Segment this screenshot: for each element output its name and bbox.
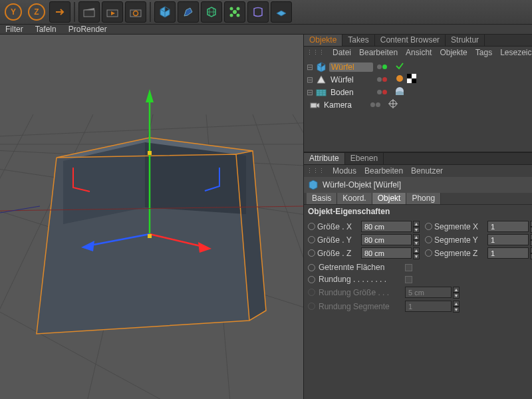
prop-label: Segmente Z [434, 249, 486, 258]
sphere-orange-tag[interactable] [395, 74, 404, 85]
tab-content-browser[interactable]: Content Browser [375, 35, 446, 46]
tree-item-label[interactable]: Boden [329, 88, 373, 97]
tree-item-label[interactable]: Würfel [329, 75, 373, 84]
prop-radio[interactable] [308, 236, 315, 243]
objmenu-datei[interactable]: Datei [332, 48, 351, 57]
tab-ebenen[interactable]: Ebenen [345, 153, 384, 164]
objmenu-tags[interactable]: Tags [475, 48, 492, 57]
prop-radio[interactable] [425, 236, 432, 243]
tab-takes[interactable]: Takes [342, 35, 374, 46]
visibility-dots[interactable] [370, 102, 380, 107]
spinner[interactable]: ▲▼ [413, 247, 420, 259]
prop-radio[interactable] [308, 223, 315, 230]
viewbar-prorender[interactable]: ProRender [68, 25, 107, 34]
array-icon [228, 5, 241, 19]
cube-primitive-button[interactable] [154, 1, 176, 23]
size-input[interactable] [361, 221, 412, 232]
arrow-tool-button[interactable] [49, 1, 70, 23]
prop-radio[interactable] [308, 249, 315, 257]
objmenu-bearbeiten[interactable]: Bearbeiten [359, 48, 398, 57]
svg-rect-35 [148, 234, 152, 238]
size-input[interactable] [361, 247, 412, 259]
check-tag[interactable] [395, 61, 404, 72]
pen-tool-button[interactable] [178, 1, 199, 23]
checkbox[interactable] [405, 264, 412, 271]
pen-icon [182, 5, 195, 19]
visibility-dots[interactable] [377, 77, 387, 82]
tab-attribute[interactable]: Attribute [304, 153, 345, 164]
prop-label: Segmente Y [434, 235, 486, 245]
deformer-button[interactable] [247, 1, 269, 23]
environment-button[interactable] [271, 1, 292, 23]
tab-struktur[interactable]: Struktur [446, 35, 485, 46]
spinner[interactable]: ▲▼ [413, 234, 420, 245]
tree-row[interactable]: ⊟ Würfel [307, 73, 529, 86]
subtab-phong[interactable]: Phong [406, 193, 441, 204]
prop-label: Größe . X [317, 222, 360, 231]
viewbar-filter[interactable]: Filter [5, 25, 23, 34]
subtab-basis[interactable]: Basis [307, 193, 337, 204]
spinner[interactable]: ▲▼ [413, 221, 420, 232]
prop-radio[interactable] [425, 223, 432, 230]
svg-point-9 [237, 14, 240, 17]
prop-radio[interactable] [308, 276, 315, 283]
viewbar-tafeln[interactable]: Tafeln [35, 25, 57, 34]
prop-radio[interactable] [425, 249, 432, 257]
prop-radio[interactable] [308, 264, 315, 271]
object-tree[interactable]: ⊟ Würfel⊟ Würfel⊟ Boden Kamera [304, 59, 532, 152]
segments-input[interactable] [487, 247, 529, 259]
objmenu-ansicht[interactable]: Ansicht [406, 48, 432, 57]
cube-icon [308, 180, 319, 190]
svg-rect-34 [148, 151, 152, 155]
subtab-koord[interactable]: Koord. [337, 193, 372, 204]
deformer-icon [251, 5, 265, 19]
prop-radio [308, 289, 315, 296]
attribute-subtabs: Basis Koord. Objekt Phong [304, 193, 532, 205]
object-panel-menu: ⋮⋮⋮ Datei Bearbeiten Ansicht Objekte Tag… [304, 47, 532, 59]
clapper-icon [82, 6, 96, 18]
segments-input[interactable] [487, 234, 529, 245]
axis-z-button[interactable]: Z [26, 1, 47, 23]
cube-icon [158, 5, 172, 19]
svg-rect-41 [407, 74, 412, 78]
axis-y-button[interactable]: Y [3, 1, 24, 23]
segments-input[interactable] [487, 221, 529, 232]
target-tag[interactable] [388, 99, 398, 110]
render-button[interactable] [78, 1, 100, 23]
attrmenu-bearbeiten[interactable]: Bearbeiten [364, 166, 403, 176]
prop-label: Rundung . . . . . . . . [319, 275, 402, 284]
grid-icon [316, 87, 327, 98]
checker-tag[interactable] [407, 74, 416, 85]
tab-objekte[interactable]: Objekte [304, 35, 342, 46]
checkbox[interactable] [405, 276, 412, 283]
size-input[interactable] [361, 234, 412, 245]
attrmenu-benutzer[interactable]: Benutzer [411, 166, 443, 176]
pyramid-icon [316, 74, 327, 85]
tree-item-label[interactable]: Kamera [323, 100, 366, 110]
array-button[interactable] [224, 1, 245, 23]
cube-icon [316, 62, 327, 72]
svg-marker-38 [317, 76, 325, 83]
render-region-button[interactable] [102, 1, 123, 23]
clapper-gear-icon [129, 6, 142, 18]
svg-rect-0 [84, 10, 94, 17]
attrmenu-modus[interactable]: Modus [332, 166, 356, 176]
tree-row[interactable]: ⊟ Würfel [307, 61, 529, 73]
sky-tag[interactable] [395, 86, 404, 98]
subtab-objekt[interactable]: Objekt [372, 193, 407, 204]
viewport-3d[interactable] [0, 35, 303, 399]
tree-item-label[interactable]: Würfel [329, 63, 373, 72]
objmenu-objekte[interactable]: Objekte [440, 48, 467, 57]
disabled-input [405, 301, 452, 312]
tree-row[interactable]: ⊟ Boden [307, 86, 529, 98]
objmenu-lesezeichen[interactable]: Lesezeic [500, 48, 531, 57]
visibility-dots[interactable] [377, 90, 387, 94]
prop-radio [308, 303, 315, 310]
prop-label: Größe . Y [317, 235, 360, 245]
subdivision-button[interactable] [201, 1, 222, 23]
render-settings-button[interactable] [125, 1, 146, 23]
svg-point-5 [233, 10, 237, 14]
tree-row[interactable]: Kamera [307, 98, 529, 111]
visibility-dots[interactable] [377, 65, 387, 69]
main-toolbar: Y Z [0, 0, 532, 25]
